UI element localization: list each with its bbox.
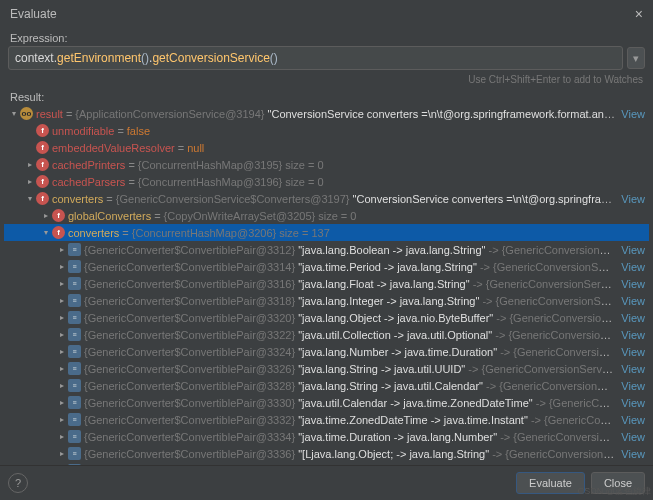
tree-row[interactable]: ▸fcachedParsers={ConcurrentHashMap@3196}… [4, 173, 649, 190]
twistie-icon[interactable]: ▾ [8, 109, 20, 118]
close-icon[interactable]: × [635, 6, 643, 22]
view-link[interactable]: View [615, 244, 649, 256]
tree-row[interactable]: ▸≡{GenericConverter$ConvertiblePair@3328… [4, 377, 649, 394]
twistie-icon[interactable]: ▸ [56, 262, 68, 271]
node-type-icon: ≡ [68, 243, 81, 256]
tree-row[interactable]: ▸≡{GenericConverter$ConvertiblePair@3334… [4, 428, 649, 445]
evaluate-button[interactable]: Evaluate [516, 472, 585, 494]
tree-row[interactable]: funmodifiable=false [4, 122, 649, 139]
twistie-icon[interactable]: ▸ [56, 415, 68, 424]
window-title: Evaluate [10, 7, 57, 21]
type-info: {CopyOnWriteArraySet@3205} [164, 210, 316, 222]
node-type-icon: f [52, 226, 65, 239]
type-info: {GenericConverter$ConvertiblePair@3330} [84, 397, 295, 409]
string-value: "java.lang.String -> java.util.UUID" [298, 363, 465, 375]
twistie-icon[interactable]: ▸ [56, 364, 68, 373]
view-link[interactable]: View [615, 363, 649, 375]
title-bar: Evaluate × [0, 0, 653, 28]
type-info: {ApplicationConversionService@3194} [75, 108, 264, 120]
type-info: {ConcurrentHashMap@3195} [138, 159, 282, 171]
view-link[interactable]: View [615, 414, 649, 426]
view-link[interactable]: View [615, 193, 649, 205]
twistie-icon[interactable]: ▸ [56, 245, 68, 254]
tree-row[interactable]: ▾fconverters={GenericConversionService$C… [4, 190, 649, 207]
twistie-icon[interactable]: ▸ [56, 330, 68, 339]
node-type-icon: ≡ [68, 447, 81, 460]
twistie-icon[interactable]: ▸ [56, 313, 68, 322]
type-info: {GenericConverter$ConvertiblePair@3316} [84, 278, 295, 290]
tree-row[interactable]: ▸≡{GenericConverter$ConvertiblePair@3318… [4, 292, 649, 309]
tree-row[interactable]: ▸≡{GenericConverter$ConvertiblePair@3320… [4, 309, 649, 326]
tree-row[interactable]: ▸fglobalConverters={CopyOnWriteArraySet@… [4, 207, 649, 224]
view-link[interactable]: View [615, 295, 649, 307]
view-link[interactable]: View [615, 448, 649, 460]
tree-row[interactable]: ▸≡{GenericConverter$ConvertiblePair@3326… [4, 360, 649, 377]
arrow-target: -> {GenericConversionService$ConvertersF… [482, 295, 615, 307]
tree-row[interactable]: ▸≡{GenericConverter$ConvertiblePair@3316… [4, 275, 649, 292]
view-link[interactable]: View [615, 329, 649, 341]
field-name: cachedParsers [52, 176, 125, 188]
tree-row[interactable]: ▸≡{GenericConverter$ConvertiblePair@3330… [4, 394, 649, 411]
tree-row[interactable]: ▾ooresult={ApplicationConversionService@… [4, 105, 649, 122]
type-info: {GenericConverter$ConvertiblePair@3334} [84, 431, 295, 443]
node-type-icon: f [36, 124, 49, 137]
twistie-icon[interactable]: ▸ [24, 177, 36, 186]
node-type-icon: ≡ [68, 345, 81, 358]
field-name: unmodifiable [52, 125, 114, 137]
tree-row[interactable]: ▾fconverters={ConcurrentHashMap@3206} si… [4, 224, 649, 241]
arrow-target: -> {GenericConversionService$ConvertersF… [473, 278, 616, 290]
tree-row[interactable]: ▸≡{GenericConverter$ConvertiblePair@3322… [4, 326, 649, 343]
arrow-target: -> {GenericConversionService$ConvertersF… [492, 448, 615, 460]
string-value: "java.lang.Float -> java.lang.String" [298, 278, 469, 290]
help-button[interactable]: ? [8, 473, 28, 493]
arrow-target: -> {GenericConversionService$ConvertersF… [489, 244, 616, 256]
tree-row[interactable]: ▸≡{GenericConverter$ConvertiblePair@3324… [4, 343, 649, 360]
field-name: embeddedValueResolver [52, 142, 175, 154]
string-value: "java.util.Collection -> java.util.Optio… [298, 329, 492, 341]
twistie-icon[interactable]: ▾ [40, 228, 52, 237]
result-tree[interactable]: ▾ooresult={ApplicationConversionService@… [0, 105, 653, 465]
twistie-icon[interactable]: ▸ [24, 160, 36, 169]
arrow-target: -> {GenericConversionService$ConvertersF… [468, 363, 615, 375]
arrow-target: -> {GenericConversionService$ConvertersF… [486, 380, 615, 392]
tree-row[interactable]: ▸≡{GenericConverter$ConvertiblePair@3336… [4, 445, 649, 462]
view-link[interactable]: View [615, 431, 649, 443]
string-value: "ConversionService converters =\n\t@org.… [268, 108, 616, 120]
view-link[interactable]: View [615, 312, 649, 324]
twistie-icon[interactable]: ▾ [24, 194, 36, 203]
arrow-target: -> {GenericConversionService$ConvertersF… [536, 397, 616, 409]
twistie-icon[interactable]: ▸ [56, 296, 68, 305]
tree-row[interactable]: ▸≡{GenericConverter$ConvertiblePair@3314… [4, 258, 649, 275]
node-type-icon: ≡ [68, 260, 81, 273]
tree-row[interactable]: ▸fcachedPrinters={ConcurrentHashMap@3195… [4, 156, 649, 173]
node-type-icon: ≡ [68, 430, 81, 443]
twistie-icon[interactable]: ▸ [40, 211, 52, 220]
view-link[interactable]: View [615, 380, 649, 392]
view-link[interactable]: View [615, 278, 649, 290]
arrow-target: -> {GenericConversionService$ConvertersF… [495, 329, 615, 341]
tree-row[interactable]: fembeddedValueResolver=null [4, 139, 649, 156]
view-link[interactable]: View [615, 108, 649, 120]
twistie-icon[interactable]: ▸ [56, 347, 68, 356]
node-type-icon: f [36, 141, 49, 154]
twistie-icon[interactable]: ▸ [56, 449, 68, 458]
view-link[interactable]: View [615, 261, 649, 273]
type-info: {GenericConverter$ConvertiblePair@3332} [84, 414, 295, 426]
string-value: "java.util.Calendar -> java.time.ZonedDa… [298, 397, 533, 409]
twistie-icon[interactable]: ▸ [56, 398, 68, 407]
expression-input[interactable]: context.getEnvironment().getConversionSe… [8, 46, 623, 70]
twistie-icon[interactable]: ▸ [56, 381, 68, 390]
view-link[interactable]: View [615, 397, 649, 409]
twistie-icon[interactable]: ▸ [56, 432, 68, 441]
tree-row[interactable]: ▸≡{GenericConverter$ConvertiblePair@3312… [4, 241, 649, 258]
tree-row[interactable]: ▸≡{GenericConverter$ConvertiblePair@3332… [4, 411, 649, 428]
size-info: size = 0 [285, 176, 323, 188]
arrow-target: -> {GenericConversionService$ConvertersF… [500, 346, 615, 358]
size-info: size = 137 [279, 227, 329, 239]
expression-label: Expression: [0, 28, 653, 46]
string-value: "[Ljava.lang.Object; -> java.lang.String… [298, 448, 489, 460]
twistie-icon[interactable]: ▸ [56, 279, 68, 288]
history-dropdown-button[interactable]: ▾ [627, 47, 645, 69]
shortcut-hint: Use Ctrl+Shift+Enter to add to Watches [0, 74, 653, 87]
view-link[interactable]: View [615, 346, 649, 358]
